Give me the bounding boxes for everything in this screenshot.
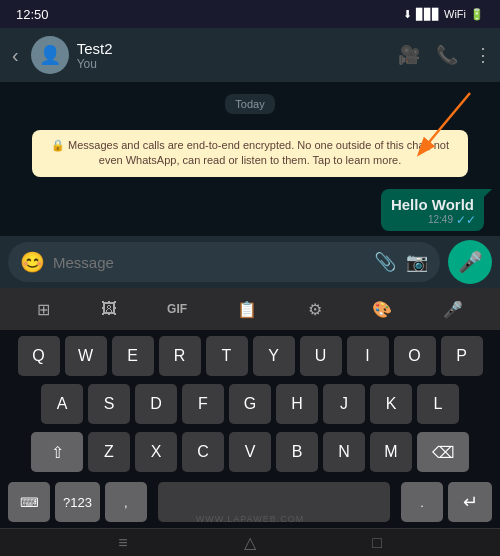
nav-back-icon[interactable]: □ [372,534,382,552]
signal-icon: ▊▊▊ [416,8,440,21]
nav-menu-icon[interactable]: ≡ [118,534,127,552]
kb-settings-icon[interactable]: ⚙ [302,296,328,323]
download-icon: ⬇ [403,8,412,21]
key-h[interactable]: H [276,384,318,424]
phone-screen: 12:50 ⬇ ▊▊▊ WiFi 🔋 ‹ 👤 Test2 You 🎥 📞 ⋮ [0,0,500,556]
key-period[interactable]: . [401,482,443,522]
more-options-icon[interactable]: ⋮ [474,44,492,66]
bubble-meta: 12:49 ✓✓ [428,213,476,227]
kb-gif-icon[interactable]: GIF [161,298,193,320]
chat-header: ‹ 👤 Test2 You 🎥 📞 ⋮ [0,28,500,82]
encryption-notice[interactable]: 🔒 Messages and calls are end-to-end encr… [32,130,468,177]
kb-mic-icon[interactable]: 🎤 [437,296,469,323]
contact-status: You [77,57,390,71]
nav-bar: ≡ △ □ [0,528,500,556]
message-input[interactable] [53,254,366,271]
key-z[interactable]: Z [88,432,130,472]
key-g[interactable]: G [229,384,271,424]
key-o[interactable]: O [394,336,436,376]
key-c[interactable]: C [182,432,224,472]
status-bar: 12:50 ⬇ ▊▊▊ WiFi 🔋 [0,0,500,28]
key-n[interactable]: N [323,432,365,472]
kb-palette-icon[interactable]: 🎨 [366,296,398,323]
mic-icon: 🎤 [458,250,483,274]
message-text: Hello World [391,196,474,213]
attach-icons: 📎 📷 [374,251,428,273]
key-l[interactable]: L [417,384,459,424]
key-m[interactable]: M [370,432,412,472]
kb-image-icon[interactable]: 🖼 [95,296,123,322]
key-x[interactable]: X [135,432,177,472]
message-time: 12:49 [428,214,453,225]
key-d[interactable]: D [135,384,177,424]
key-delete[interactable]: ⌫ [417,432,469,472]
nav-home-icon[interactable]: △ [244,533,256,552]
key-v[interactable]: V [229,432,271,472]
keyboard-row-2: A S D F G H J K L [4,384,496,424]
phone-call-icon[interactable]: 📞 [436,44,458,66]
kb-clipboard-icon[interactable]: 📋 [231,296,263,323]
bubble-tail [484,189,492,197]
avatar-icon: 👤 [39,44,61,66]
read-receipt-icon: ✓✓ [456,213,476,227]
header-icons: 🎥 📞 ⋮ [398,44,492,66]
input-bar: 😊 📎 📷 🎤 [0,236,500,288]
key-t[interactable]: T [206,336,248,376]
key-layout-icon[interactable]: ⌨ [8,482,50,522]
key-s[interactable]: S [88,384,130,424]
key-j[interactable]: J [323,384,365,424]
outgoing-message: Hello World 12:49 ✓✓ [12,189,484,231]
battery-icon: 🔋 [470,8,484,21]
input-wrapper: 😊 📎 📷 [8,242,440,282]
key-r[interactable]: R [159,336,201,376]
key-comma[interactable]: , [105,482,147,522]
key-123[interactable]: ?123 [55,482,100,522]
message-bubble: Hello World 12:49 ✓✓ [381,189,484,231]
camera-icon[interactable]: 📷 [406,251,428,273]
key-y[interactable]: Y [253,336,295,376]
key-a[interactable]: A [41,384,83,424]
key-p[interactable]: P [441,336,483,376]
back-button[interactable]: ‹ [8,40,23,71]
key-space[interactable] [158,482,390,522]
wifi-icon: WiFi [444,8,466,20]
contact-info[interactable]: Test2 You [77,40,390,71]
mic-button[interactable]: 🎤 [448,240,492,284]
key-u[interactable]: U [300,336,342,376]
avatar[interactable]: 👤 [31,36,69,74]
key-w[interactable]: W [65,336,107,376]
keyboard-bottom-row: ⌨ ?123 , . ↵ [0,478,500,528]
keyboard-row-3: ⇧ Z X C V B N M ⌫ [4,432,496,472]
date-badge: Today [12,94,488,114]
status-icons: ⬇ ▊▊▊ WiFi 🔋 [403,8,484,21]
key-return[interactable]: ↵ [448,482,492,522]
key-shift[interactable]: ⇧ [31,432,83,472]
keyboard-keys: Q W E R T Y U I O P A S D F G H J K L ⇧ … [0,330,500,478]
keyboard-row-1: Q W E R T Y U I O P [4,336,496,376]
attach-icon[interactable]: 📎 [374,251,396,273]
key-q[interactable]: Q [18,336,60,376]
layout-icon: ⌨ [20,495,39,510]
key-f[interactable]: F [182,384,224,424]
kb-grid-icon[interactable]: ⊞ [31,296,56,323]
contact-name: Test2 [77,40,390,57]
status-time: 12:50 [16,7,49,22]
keyboard-toolbar: ⊞ 🖼 GIF 📋 ⚙ 🎨 🎤 [0,288,500,330]
chat-area: Today 🔒 Messages and calls are end-to-en… [0,82,500,236]
key-b[interactable]: B [276,432,318,472]
key-k[interactable]: K [370,384,412,424]
key-e[interactable]: E [112,336,154,376]
key-i[interactable]: I [347,336,389,376]
video-call-icon[interactable]: 🎥 [398,44,420,66]
emoji-button[interactable]: 😊 [20,250,45,274]
encryption-text: 🔒 Messages and calls are end-to-end encr… [51,139,449,166]
